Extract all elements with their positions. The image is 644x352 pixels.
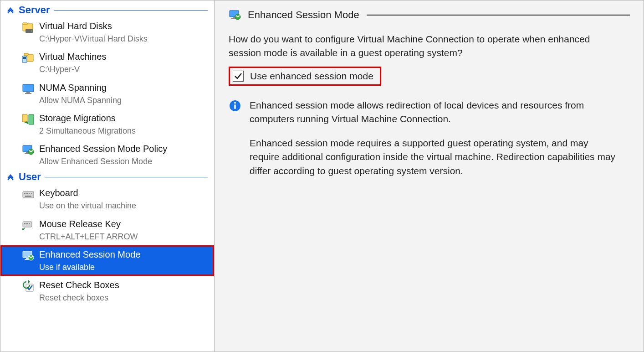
nav-item-title: Virtual Hard Disks <box>39 20 148 32</box>
info-paragraph-2: Enhanced session mode requires a support… <box>250 136 616 178</box>
section-title: User <box>19 171 41 183</box>
content-question: How do you want to configure Virtual Mac… <box>229 32 616 60</box>
svg-rect-37 <box>234 104 235 109</box>
folder-disk-icon <box>22 21 35 34</box>
svg-rect-26 <box>29 223 30 224</box>
section-divider <box>45 177 208 177</box>
nav-item-title: Mouse Release Key <box>39 218 138 230</box>
svg-rect-7 <box>23 57 26 59</box>
nav-item-subtitle: Allow NUMA Spanning <box>39 94 122 106</box>
svg-rect-18 <box>24 193 26 194</box>
info-icon <box>229 99 241 112</box>
nav-item-title: Virtual Machines <box>39 51 106 63</box>
use-enhanced-session-checkbox[interactable]: Use enhanced session mode <box>229 67 381 86</box>
section-header-server[interactable]: Server <box>0 3 214 17</box>
info-block: Enhanced session mode allows redirection… <box>229 98 616 188</box>
section-divider <box>54 10 208 10</box>
enhanced-session-icon <box>22 249 35 262</box>
content-divider <box>367 15 630 16</box>
section-title: Server <box>19 4 50 16</box>
info-paragraph-1: Enhanced session mode allows redirection… <box>250 98 616 126</box>
svg-rect-8 <box>23 84 34 92</box>
svg-rect-11 <box>22 114 27 122</box>
checkbox-label: Use enhanced session mode <box>250 71 373 82</box>
svg-rect-1 <box>23 23 27 25</box>
nav-enhanced-session-mode[interactable]: Enhanced Session Mode Use if available <box>0 245 214 276</box>
info-text: Enhanced session mode allows redirection… <box>250 98 616 188</box>
content-header: Enhanced Session Mode <box>229 9 630 21</box>
nav-item-subtitle: C:\Hyper-V\Virtual Hard Disks <box>39 32 148 44</box>
keyboard-mouse-icon <box>22 219 35 232</box>
sidebar: Server Virtual Hard Disks C:\Hyper-V\Vir… <box>0 0 215 352</box>
settings-window: Server Virtual Hard Disks C:\Hyper-V\Vir… <box>0 0 644 352</box>
content-title: Enhanced Session Mode <box>248 9 359 21</box>
svg-rect-5 <box>24 53 28 55</box>
nav-item-title: Enhanced Session Mode <box>39 248 140 261</box>
nav-item-subtitle: Allow Enhanced Session Mode <box>39 155 167 167</box>
svg-rect-25 <box>26 223 28 224</box>
nav-storage-migrations[interactable]: Storage Migrations 2 Simultaneous Migrat… <box>0 109 214 140</box>
nav-item-title: Storage Migrations <box>39 112 136 124</box>
nav-item-subtitle: 2 Simultaneous Migrations <box>39 124 136 136</box>
nav-keyboard[interactable]: Keyboard Use on the virtual machine <box>0 184 214 214</box>
section-header-user[interactable]: User <box>0 170 214 184</box>
nav-reset-checkboxes[interactable]: Reset Check Boxes Reset check boxes <box>0 276 214 306</box>
svg-point-38 <box>234 102 236 104</box>
nav-mouse-release[interactable]: Mouse Release Key CTRL+ALT+LEFT ARROW <box>0 215 214 245</box>
content-pane: Enhanced Session Mode How do you want to… <box>215 0 644 352</box>
storage-migration-icon <box>22 113 35 126</box>
nav-item-title: NUMA Spanning <box>39 82 122 94</box>
nav-item-subtitle: Use if available <box>39 261 140 273</box>
svg-rect-19 <box>26 193 28 194</box>
enhanced-session-policy-icon <box>22 144 35 156</box>
monitor-icon <box>22 83 35 95</box>
nav-esm-policy[interactable]: Enhanced Session Mode Policy Allow Enhan… <box>0 140 214 170</box>
nav-item-title: Keyboard <box>39 187 136 199</box>
keyboard-icon <box>22 188 35 201</box>
svg-rect-9 <box>26 92 30 93</box>
svg-rect-24 <box>24 223 26 224</box>
svg-rect-21 <box>31 193 32 194</box>
svg-rect-12 <box>29 114 34 124</box>
nav-virtual-machines[interactable]: Virtual Machines C:\Hyper-V <box>0 47 214 78</box>
reset-checkbox-icon <box>22 280 35 293</box>
nav-item-subtitle: Reset check boxes <box>39 291 119 303</box>
nav-numa-spanning[interactable]: NUMA Spanning Allow NUMA Spanning <box>0 78 214 109</box>
nav-virtual-hard-disks[interactable]: Virtual Hard Disks C:\Hyper-V\Virtual Ha… <box>0 17 214 47</box>
enhanced-session-icon <box>229 9 241 21</box>
nav-item-subtitle: C:\Hyper-V <box>39 63 106 75</box>
nav-item-subtitle: Use on the virtual machine <box>39 199 136 211</box>
nav-item-subtitle: CTRL+ALT+LEFT ARROW <box>39 230 138 242</box>
svg-rect-20 <box>29 193 30 194</box>
nav-item-title: Reset Check Boxes <box>39 279 119 291</box>
folder-vm-icon <box>22 52 35 64</box>
svg-point-3 <box>31 31 32 32</box>
svg-rect-22 <box>25 196 31 197</box>
chevron-up-icon <box>7 6 14 14</box>
checkbox-icon <box>233 71 244 82</box>
svg-rect-10 <box>25 93 31 94</box>
chevron-up-icon <box>7 173 14 181</box>
nav-item-title: Enhanced Session Mode Policy <box>39 143 167 155</box>
